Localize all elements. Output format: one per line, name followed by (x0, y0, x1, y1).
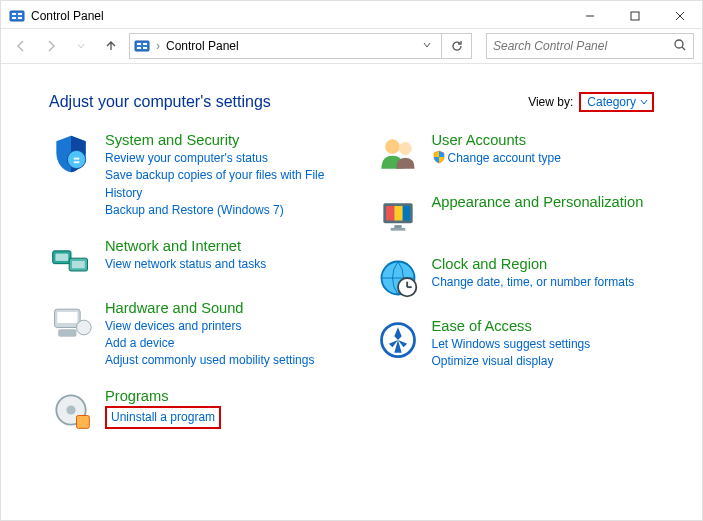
svg-line-15 (682, 47, 685, 50)
category-user-accounts: User AccountsChange account type (376, 132, 683, 176)
category-link[interactable]: Change date, time, or number formats (432, 274, 635, 291)
back-button[interactable] (9, 34, 33, 58)
breadcrumb-location[interactable]: Control Panel (166, 39, 239, 53)
category-link[interactable]: Optimize visual display (432, 353, 591, 370)
svg-rect-4 (18, 17, 22, 19)
search-box[interactable] (486, 33, 694, 59)
svg-rect-35 (394, 206, 402, 221)
search-input[interactable] (493, 39, 673, 53)
window-title: Control Panel (31, 9, 104, 23)
category-title[interactable]: Hardware and Sound (105, 300, 314, 316)
toolbar: › Control Panel (1, 28, 702, 64)
category-link[interactable]: View devices and printers (105, 318, 314, 335)
svg-point-28 (66, 405, 75, 414)
category-title[interactable]: Ease of Access (432, 318, 591, 334)
category-link[interactable]: Adjust commonly used mobility settings (105, 352, 314, 369)
category-icon (49, 388, 93, 432)
category-title[interactable]: Clock and Region (432, 256, 635, 272)
category-icon (49, 132, 93, 176)
svg-rect-3 (12, 17, 16, 19)
svg-point-30 (385, 139, 400, 154)
category-link[interactable]: Uninstall a program (111, 409, 215, 426)
category-programs: ProgramsUninstall a program (49, 388, 356, 432)
search-icon[interactable] (673, 38, 687, 55)
svg-rect-6 (631, 12, 639, 20)
svg-rect-12 (137, 47, 141, 49)
category-title[interactable]: Network and Internet (105, 238, 266, 254)
category-link[interactable]: Change account type (432, 150, 561, 167)
svg-rect-29 (77, 415, 90, 428)
category-icon (376, 132, 420, 176)
svg-rect-24 (57, 311, 77, 322)
category-link[interactable]: Add a device (105, 335, 314, 352)
address-bar[interactable]: › Control Panel (129, 33, 442, 59)
recent-dropdown[interactable] (69, 34, 93, 58)
category-link[interactable]: Save backup copies of your files with Fi… (105, 167, 356, 202)
category-icon (376, 194, 420, 238)
svg-rect-26 (58, 329, 76, 336)
minimize-button[interactable] (567, 1, 612, 31)
category-icon (49, 300, 93, 344)
maximize-button[interactable] (612, 1, 657, 31)
refresh-button[interactable] (442, 33, 472, 59)
svg-rect-0 (10, 11, 24, 21)
svg-rect-9 (135, 41, 149, 51)
svg-rect-21 (55, 253, 68, 260)
svg-rect-36 (394, 225, 401, 228)
chevron-down-icon (640, 98, 648, 106)
svg-rect-18 (74, 161, 80, 163)
svg-rect-34 (386, 206, 394, 221)
category-hardware-and-sound: Hardware and SoundView devices and print… (49, 300, 356, 370)
control-panel-icon (134, 38, 150, 54)
svg-point-25 (77, 320, 92, 335)
svg-rect-10 (137, 43, 141, 45)
category-icon (376, 256, 420, 300)
category-system-and-security: System and SecurityReview your computer'… (49, 132, 356, 220)
svg-rect-13 (143, 47, 147, 49)
address-dropdown[interactable] (417, 39, 437, 53)
breadcrumb-separator-icon: › (156, 39, 160, 53)
category-title[interactable]: Programs (105, 388, 221, 404)
category-title[interactable]: System and Security (105, 132, 356, 148)
page-title: Adjust your computer's settings (49, 93, 271, 111)
category-link[interactable]: View network status and tasks (105, 256, 266, 273)
category-link[interactable]: Let Windows suggest settings (432, 336, 591, 353)
viewby-selector[interactable]: Category (579, 92, 654, 112)
svg-rect-37 (390, 228, 405, 231)
category-icon (376, 318, 420, 362)
viewby-value: Category (587, 95, 636, 109)
category-icon (49, 238, 93, 282)
category-clock-and-region: Clock and RegionChange date, time, or nu… (376, 256, 683, 300)
titlebar: Control Panel (1, 1, 702, 31)
forward-button[interactable] (39, 34, 63, 58)
category-link[interactable]: Review your computer's status (105, 150, 356, 167)
category-appearance-and-personalization: Appearance and Personalization (376, 194, 683, 238)
control-panel-icon (9, 8, 25, 24)
viewby-label: View by: (528, 95, 573, 109)
category-title[interactable]: User Accounts (432, 132, 561, 148)
svg-rect-22 (72, 260, 85, 267)
svg-rect-11 (143, 43, 147, 45)
svg-rect-1 (12, 13, 16, 15)
close-button[interactable] (657, 1, 702, 31)
category-ease-of-access: Ease of AccessLet Windows suggest settin… (376, 318, 683, 371)
category-link[interactable]: Backup and Restore (Windows 7) (105, 202, 356, 219)
category-title[interactable]: Appearance and Personalization (432, 194, 644, 210)
svg-point-31 (398, 142, 411, 155)
up-button[interactable] (99, 34, 123, 58)
category-network-and-internet: Network and InternetView network status … (49, 238, 356, 282)
svg-rect-2 (18, 13, 22, 15)
svg-point-14 (675, 40, 683, 48)
svg-rect-17 (74, 158, 80, 160)
